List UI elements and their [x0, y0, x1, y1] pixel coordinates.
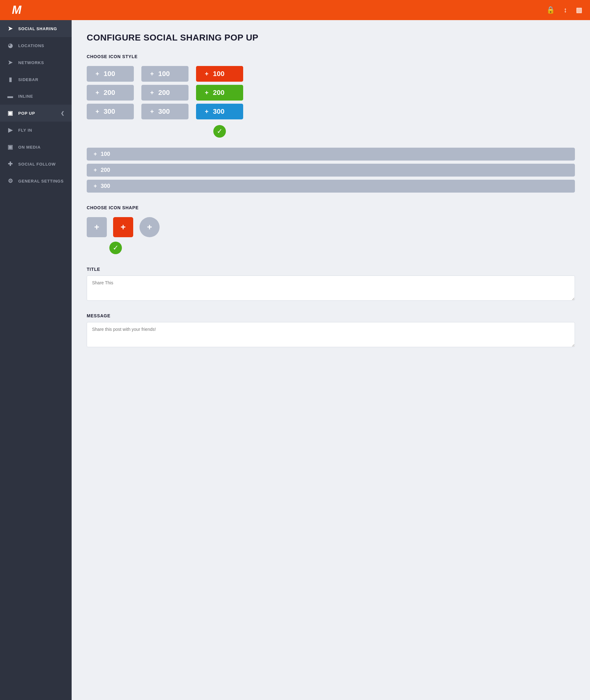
network-icon: ➤ — [7, 59, 14, 66]
location-icon: ◕ — [7, 42, 14, 49]
shape-btn-square[interactable]: + — [87, 217, 107, 237]
popup-icon: ▣ — [7, 110, 14, 117]
lock-icon[interactable]: 🔒 — [546, 6, 555, 14]
small-icon-col: + 100 + 200 + 300 — [87, 148, 575, 193]
title-section: Title — [87, 267, 575, 302]
icon-col-3: + 100 + 200 + 300 ✓ — [196, 66, 243, 137]
plus-icon: + — [205, 70, 209, 78]
sidebar-item-networks[interactable]: ➤ Networks — [0, 54, 72, 71]
page-title: Configure Social Sharing Pop Up — [87, 33, 575, 43]
choose-icon-shape-title: Choose Icon Shape — [87, 205, 575, 210]
sidebar-item-general-settings[interactable]: ⚙ General Settings — [0, 173, 72, 189]
follow-icon: ✚ — [7, 161, 14, 168]
sidebar-item-locations[interactable]: ◕ Locations — [0, 37, 72, 54]
icon-col-2: + 100 + 200 + 300 — [141, 66, 189, 137]
icon-btn-sm-100[interactable]: + 100 — [87, 148, 575, 161]
plus-icon: + — [96, 108, 99, 115]
sidebar-icon: ▮ — [7, 76, 14, 83]
icon-btn-gray2-100[interactable]: + 100 — [141, 66, 189, 82]
selected-checkmark-style: ✓ — [213, 125, 226, 137]
title-input[interactable] — [87, 276, 575, 301]
app-body: ➤ Social Sharing ◕ Locations ➤ Networks … — [0, 20, 590, 700]
icon-col-1: + 100 + 200 + 300 — [87, 66, 134, 137]
icon-btn-red-100[interactable]: + 100 — [196, 66, 243, 82]
plus-icon: + — [94, 167, 97, 174]
sidebar-label-general-settings: General Settings — [18, 179, 64, 184]
shape-btn-circle[interactable]: + — [139, 217, 160, 237]
shape-btn-square-red[interactable]: + — [113, 217, 133, 237]
sidebar-label-sidebar: Sidebar — [18, 77, 38, 82]
inline-icon: ▬ — [7, 93, 14, 100]
selected-checkmark-shape: ✓ — [109, 241, 122, 254]
sidebar-label-networks: Networks — [18, 60, 44, 65]
flyin-icon: ▶ — [7, 127, 14, 133]
plus-icon: + — [150, 108, 154, 115]
icon-btn-blue-300[interactable]: + 300 — [196, 104, 243, 119]
sidebar-item-flyin[interactable]: ▶ Fly In — [0, 122, 72, 138]
icon-style-grid: + 100 + 200 + 300 + 100 + — [87, 66, 575, 137]
top-nav-icons: 🔒 ↕ ▩ — [546, 6, 582, 14]
sidebar-item-onmedia[interactable]: ▣ On Media — [0, 138, 72, 156]
sidebar-label-locations: Locations — [18, 43, 44, 48]
icon-btn-sm-300[interactable]: + 300 — [87, 180, 575, 193]
sidebar-label-inline: Inline — [18, 94, 33, 99]
choose-icon-style-title: Choose Icon Style — [87, 54, 575, 59]
icon-btn-gray-200[interactable]: + 200 — [87, 85, 134, 101]
icon-btn-gray-100[interactable]: + 100 — [87, 66, 134, 82]
sidebar-label-social-sharing: Social Sharing — [18, 26, 57, 31]
sidebar-label-flyin: Fly In — [18, 128, 32, 132]
shape-row: + + + — [87, 217, 575, 237]
plus-icon: + — [205, 108, 209, 115]
chart-icon[interactable]: ▩ — [576, 6, 582, 14]
message-label: Message — [87, 313, 575, 318]
share-icon: ➤ — [7, 25, 14, 32]
checkmark-row-style: ✓ — [196, 125, 243, 137]
icon-btn-green-200[interactable]: + 200 — [196, 85, 243, 101]
plus-icon: + — [94, 151, 97, 158]
plus-icon: + — [96, 89, 99, 96]
settings-icon: ⚙ — [7, 178, 14, 184]
message-input[interactable] — [87, 322, 575, 347]
plus-icon: + — [150, 70, 154, 78]
logo-m: M — [12, 3, 21, 17]
plus-icon: + — [150, 89, 154, 96]
sidebar-item-social-sharing[interactable]: ➤ Social Sharing — [0, 20, 72, 37]
icon-btn-gray2-300[interactable]: + 300 — [141, 104, 189, 119]
plus-icon: + — [96, 70, 99, 78]
sidebar-label-popup: Pop Up — [18, 111, 35, 116]
icon-btn-gray2-200[interactable]: + 200 — [141, 85, 189, 101]
media-icon: ▣ — [7, 143, 14, 151]
sidebar-label-social-follow: Social Follow — [18, 162, 56, 167]
sidebar-item-sidebar[interactable]: ▮ Sidebar — [0, 71, 72, 88]
sidebar-item-social-follow[interactable]: ✚ Social Follow — [0, 156, 72, 173]
icon-btn-gray-300[interactable]: + 300 — [87, 104, 134, 119]
sidebar: ➤ Social Sharing ◕ Locations ➤ Networks … — [0, 20, 72, 700]
checkmark-row-shape: ✓ — [109, 241, 575, 254]
plus-icon: + — [94, 183, 97, 189]
main-content: Configure Social Sharing Pop Up Choose I… — [72, 20, 590, 700]
plus-icon: + — [205, 89, 209, 96]
chevron-right-icon: ❮ — [61, 111, 65, 116]
sidebar-item-popup[interactable]: ▣ Pop Up ❮ — [0, 105, 72, 122]
message-section: Message — [87, 313, 575, 348]
logo-box[interactable]: M — [8, 0, 25, 20]
icon-btn-sm-200[interactable]: + 200 — [87, 164, 575, 177]
sidebar-item-inline[interactable]: ▬ Inline — [0, 88, 72, 105]
sidebar-label-onmedia: On Media — [18, 145, 40, 149]
title-label: Title — [87, 267, 575, 272]
upload-icon[interactable]: ↕ — [564, 6, 567, 14]
top-nav: M 🔒 ↕ ▩ — [0, 0, 590, 20]
